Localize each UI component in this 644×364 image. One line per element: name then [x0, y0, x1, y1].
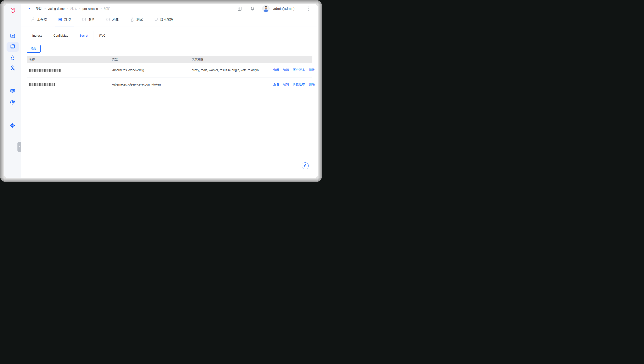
bell-icon[interactable] — [250, 6, 255, 11]
main-area: 项目 > voting-demo > 环境 > pre-release > 配置 — [21, 4, 318, 178]
screenshot-canvas: PM — [0, 0, 322, 182]
share-link-button[interactable] — [302, 162, 309, 169]
breadcrumb-item-projects[interactable]: 项目 — [36, 7, 42, 11]
row-actions: 查看 编辑 历史版本 删除 — [268, 63, 312, 77]
tab-label: 服务 — [88, 18, 95, 22]
test-icon — [130, 17, 134, 22]
secret-type-cell: kubernetes.io/service-account-token — [110, 77, 190, 92]
tab-environments[interactable]: 环境 — [55, 13, 74, 26]
breadcrumb-separator: > — [100, 7, 102, 10]
breadcrumb-item-environments: 环境 — [70, 7, 76, 11]
link-icon — [304, 164, 307, 168]
col-header-services: 关联服务 — [190, 56, 268, 63]
table-row: kubernetes.io/service-account-token 查看 编… — [26, 77, 312, 92]
caret-down-icon[interactable] — [28, 8, 30, 10]
delete-link[interactable]: 删除 — [309, 68, 315, 72]
kebab-menu-icon[interactable] — [307, 6, 309, 12]
subtab-secret[interactable]: Secret — [74, 31, 94, 40]
add-button[interactable]: 添加 — [26, 45, 40, 52]
breadcrumb: 项目 > voting-demo > 环境 > pre-release > 配置 — [36, 7, 110, 11]
breadcrumb-item-config: 配置 — [104, 7, 110, 11]
services-icon — [82, 17, 86, 22]
col-header-type: 类型 — [110, 56, 190, 63]
sidebar-item-data[interactable] — [6, 98, 19, 107]
tab-label: 测试 — [136, 18, 143, 22]
environment-icon — [58, 17, 62, 22]
tab-label: 版本管理 — [160, 18, 174, 22]
edit-link[interactable]: 编辑 — [283, 68, 289, 72]
history-link[interactable]: 历史版本 — [293, 68, 305, 72]
breadcrumb-separator: > — [44, 7, 46, 10]
svg-text:Z: Z — [12, 124, 13, 126]
release-icon — [154, 17, 158, 22]
resource-subtabs: Ingress ConfigMap Secret PVC — [26, 31, 312, 40]
breadcrumb-item-env-name[interactable]: pre-release — [82, 7, 98, 10]
table-header-row: 名称 类型 关联服务 — [26, 56, 312, 63]
secrets-table: 名称 类型 关联服务 kubernetes.io/dockercfg proxy… — [26, 56, 312, 92]
delivery-package-icon — [10, 65, 16, 72]
row-actions: 查看 编辑 历史版本 删除 — [268, 77, 312, 92]
topbar-right: admin(admin) — [237, 5, 309, 12]
sidebar-item-insight[interactable] — [6, 87, 19, 96]
sidebar-item-projects[interactable]: PM — [6, 42, 19, 52]
subtab-configmap[interactable]: ConfigMap — [48, 31, 74, 40]
workflow-icon — [30, 17, 35, 22]
view-link[interactable]: 查看 — [273, 82, 279, 86]
subtab-ingress[interactable]: Ingress — [26, 31, 48, 40]
secret-name-cell — [26, 63, 110, 77]
avatar[interactable] — [262, 5, 270, 12]
table-row: kubernetes.io/dockercfg proxy, redis, wo… — [26, 63, 312, 77]
tab-workflows[interactable]: 工作流 — [28, 13, 50, 26]
sidebar-item-delivery[interactable] — [6, 64, 19, 73]
col-header-actions — [268, 56, 312, 63]
pie-chart-icon — [10, 99, 16, 106]
settings-gear-icon: Z — [10, 123, 16, 129]
sidebar-expand-handle[interactable] — [18, 142, 21, 152]
edit-link[interactable]: 编辑 — [283, 82, 289, 86]
chevron-right-icon — [18, 145, 20, 148]
view-link[interactable]: 查看 — [273, 68, 279, 72]
tab-label: 工作流 — [37, 18, 47, 22]
config-content: Ingress ConfigMap Secret PVC 添加 名称 类型 关联… — [21, 26, 318, 178]
delete-link[interactable]: 删除 — [309, 82, 315, 86]
secret-services-cell — [190, 77, 268, 92]
zadig-logo[interactable] — [10, 8, 16, 13]
tab-builds[interactable]: 构建 — [103, 13, 122, 26]
history-link[interactable]: 历史版本 — [293, 82, 305, 86]
tab-services[interactable]: 服务 — [79, 13, 98, 26]
projects-pm-icon: PM — [10, 44, 16, 50]
tab-tests[interactable]: 测试 — [127, 13, 146, 26]
breadcrumb-separator: > — [79, 7, 80, 10]
app-window: PM — [4, 4, 318, 178]
redacted-name — [29, 69, 61, 72]
redacted-name — [29, 83, 56, 86]
svg-text:PM: PM — [11, 46, 14, 48]
dashboard-monitor-icon — [10, 88, 16, 95]
test-flask-icon — [10, 54, 16, 61]
sidebar-item-testing[interactable] — [6, 53, 19, 62]
col-header-name: 名称 — [26, 56, 110, 63]
nav-tabbar: 工作流 环境 — [21, 13, 318, 26]
sidebar-item-monitor[interactable] — [6, 32, 19, 41]
sidebar-item-settings[interactable]: Z — [6, 121, 19, 131]
tab-label: 环境 — [64, 18, 71, 22]
tab-label: 构建 — [112, 18, 119, 22]
docs-icon[interactable] — [237, 6, 242, 11]
tab-releases[interactable]: 版本管理 — [151, 13, 176, 26]
build-icon — [106, 17, 110, 22]
subtab-pvc[interactable]: PVC — [94, 31, 111, 40]
secret-services-cell: proxy, redis, worker, result-rc-origin, … — [190, 63, 268, 77]
monitor-activity-icon — [10, 33, 16, 40]
topbar: 项目 > voting-demo > 环境 > pre-release > 配置 — [21, 4, 318, 13]
secret-type-cell: kubernetes.io/dockercfg — [110, 63, 190, 77]
secret-name-cell — [26, 77, 110, 92]
sidebar: PM — [4, 4, 21, 178]
user-name[interactable]: admin(admin) — [273, 7, 294, 11]
breadcrumb-separator: > — [67, 7, 68, 10]
breadcrumb-item-project-name[interactable]: voting-demo — [48, 7, 64, 10]
